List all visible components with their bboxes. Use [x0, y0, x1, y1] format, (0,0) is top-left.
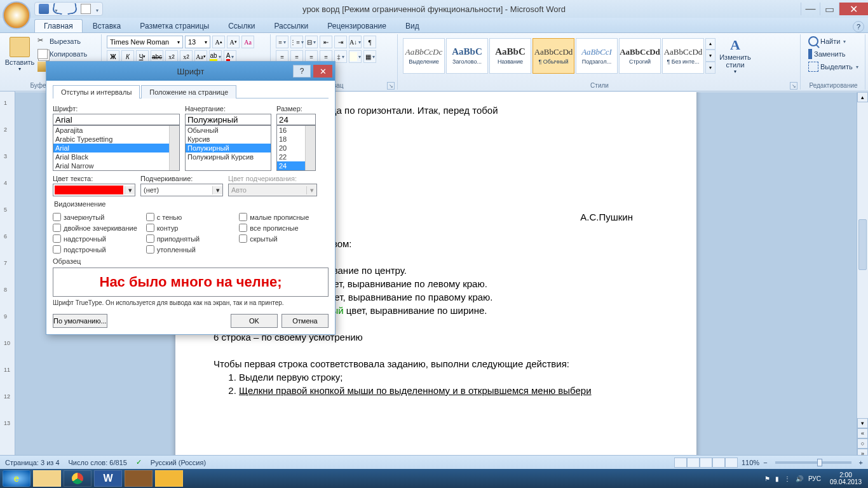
tab-review[interactable]: Рецензирование [318, 20, 395, 32]
tray-volume-icon[interactable]: 🔊 [796, 475, 803, 482]
font-list-scrollbar[interactable] [169, 126, 179, 170]
font-name-input[interactable] [53, 114, 180, 125]
check-double-strike[interactable]: двойное зачеркивание [53, 224, 142, 232]
undo-icon[interactable] [52, 3, 64, 15]
dialog-close-button[interactable]: ✕ [313, 65, 332, 78]
indent-dec-button[interactable]: ⇤ [320, 36, 332, 48]
explorer-taskbar-icon[interactable] [33, 470, 61, 487]
zoom-in-button[interactable]: + [859, 459, 863, 466]
app-taskbar-icon[interactable] [155, 470, 183, 487]
maximize-button[interactable]: ▭ [820, 3, 839, 15]
grow-font-button[interactable]: A▴ [212, 36, 225, 48]
check-superscript[interactable]: надстрочный [53, 234, 142, 243]
scroll-up-icon[interactable]: ▴ [857, 92, 868, 102]
tab-view[interactable]: Вид [397, 20, 428, 32]
save-icon[interactable] [39, 4, 49, 14]
sort-button[interactable]: A↓ [349, 36, 362, 48]
word-taskbar-icon[interactable]: W [94, 470, 122, 487]
change-styles-button[interactable]: A Изменить стили▾ [717, 36, 753, 76]
close-button[interactable]: ✕ [839, 3, 868, 15]
font-list[interactable]: Aparajita Arabic Typesetting Arial Arial… [53, 125, 180, 171]
check-subscript[interactable]: подстрочный [53, 245, 142, 254]
qat-more-icon[interactable] [95, 3, 98, 15]
outline-view-button[interactable] [712, 458, 725, 468]
find-button[interactable]: Найти [806, 36, 861, 47]
tray-wifi-icon[interactable]: ⋮ [784, 475, 790, 482]
indent-inc-button[interactable]: ⇥ [334, 36, 347, 48]
style-item[interactable]: AaBbCcDdСтрогий [619, 38, 661, 74]
font-color-combo[interactable]: ▾ [53, 184, 135, 196]
font-family-combo[interactable]: Times New Roman▾ [107, 36, 183, 48]
tab-insert[interactable]: Вставка [84, 20, 130, 32]
paragraph-launcher-icon[interactable]: ↘ [387, 82, 395, 90]
draft-view-button[interactable] [725, 458, 738, 468]
browse-object-icon[interactable]: ○ [857, 438, 868, 449]
tab-mailings[interactable]: Рассылки [265, 20, 317, 32]
underline-combo[interactable]: (нет) ▾ [140, 184, 223, 196]
font-style-input[interactable] [185, 114, 271, 125]
full-screen-view-button[interactable] [687, 458, 700, 468]
dialog-tab-font[interactable]: Отступы и интервалы [53, 85, 140, 98]
dialog-tab-advanced[interactable]: Положение на странице [141, 85, 236, 98]
tray-network-icon[interactable]: ▮ [775, 475, 779, 482]
shrink-font-button[interactable]: A▾ [227, 36, 240, 48]
tab-home[interactable]: Главная [34, 19, 83, 32]
vertical-scrollbar[interactable]: ▴ ▾ « ○ » [857, 92, 868, 459]
vertical-ruler[interactable]: 12345678910111213 [0, 92, 15, 459]
zoom-slider[interactable] [775, 461, 851, 464]
size-list-scrollbar[interactable] [305, 126, 315, 170]
new-doc-icon[interactable] [81, 4, 91, 14]
clear-format-button[interactable]: Aa [241, 36, 254, 48]
check-strikethrough[interactable]: зачеркнутый [53, 213, 142, 221]
language-status[interactable]: Русский (Россия) [151, 459, 206, 466]
page-status[interactable]: Страница: 3 из 4 [5, 459, 60, 466]
tab-references[interactable]: Ссылки [219, 20, 264, 32]
redo-icon[interactable] [66, 3, 78, 15]
chrome-taskbar-icon[interactable] [64, 470, 92, 487]
proofing-icon[interactable]: ✓ [136, 458, 142, 466]
dialog-help-button[interactable]: ? [293, 65, 311, 78]
select-button[interactable]: Выделить [806, 61, 861, 72]
size-list[interactable]: 16 18 20 22 24 [276, 125, 316, 171]
tray-clock[interactable]: 2:00 09.04.2013 [826, 471, 865, 485]
ie-taskbar-icon[interactable]: e [3, 470, 31, 487]
zoom-out-button[interactable]: − [763, 459, 767, 466]
tray-flag-icon[interactable]: ⚑ [764, 475, 770, 482]
style-item[interactable]: AaBbCcIПодзагол... [576, 38, 618, 74]
paste-button[interactable]: Вставить ▾ [6, 36, 33, 73]
ok-button[interactable]: OK [231, 314, 278, 328]
check-outline[interactable]: контур [146, 224, 236, 232]
check-smallcaps[interactable]: малые прописные [239, 213, 329, 221]
font-size-input[interactable] [276, 114, 316, 125]
check-emboss[interactable]: приподнятый [146, 234, 236, 243]
print-layout-view-button[interactable] [674, 458, 687, 468]
style-item[interactable]: AaBbCcDd¶ Без инте... [662, 38, 704, 74]
check-hidden[interactable]: скрытый [239, 234, 329, 243]
style-item[interactable]: AaBbCЗаголово... [446, 38, 488, 74]
check-allcaps[interactable]: все прописные [239, 224, 329, 232]
prev-page-icon[interactable]: « [857, 428, 868, 438]
check-engrave[interactable]: утопленный [146, 245, 236, 254]
help-icon[interactable]: ? [853, 21, 864, 32]
style-item[interactable]: AaBbCcDcВыделение [403, 38, 445, 74]
copy-button[interactable]: Копировать [35, 48, 90, 60]
web-layout-view-button[interactable] [700, 458, 712, 468]
default-button[interactable]: По умолчанию... [53, 314, 107, 328]
style-item[interactable]: AaBbCНазвание [489, 38, 531, 74]
zoom-level[interactable]: 110% [742, 459, 759, 466]
style-list[interactable]: Обычный Курсив Полужирный Полужирный Кур… [185, 125, 271, 171]
cut-button[interactable]: ✂Вырезать [35, 36, 90, 47]
multilevel-button[interactable]: ⊟ [305, 36, 318, 48]
shading-button[interactable] [349, 50, 362, 63]
style-item[interactable]: AaBbCcDd¶ Обычный [532, 38, 574, 74]
borders-button[interactable]: ▦ [363, 50, 376, 63]
office-button[interactable] [3, 1, 31, 29]
word-count[interactable]: Число слов: 6/815 [69, 459, 127, 466]
bullets-button[interactable]: ≡ [276, 36, 288, 48]
styles-launcher-icon[interactable]: ↘ [790, 82, 797, 90]
font-size-combo[interactable]: 13▾ [185, 36, 210, 48]
tray-language[interactable]: РУС [808, 475, 821, 482]
check-shadow[interactable]: с тенью [146, 213, 236, 221]
numbering-button[interactable]: ⋮≡ [290, 36, 303, 48]
show-marks-button[interactable]: ¶ [363, 36, 376, 48]
